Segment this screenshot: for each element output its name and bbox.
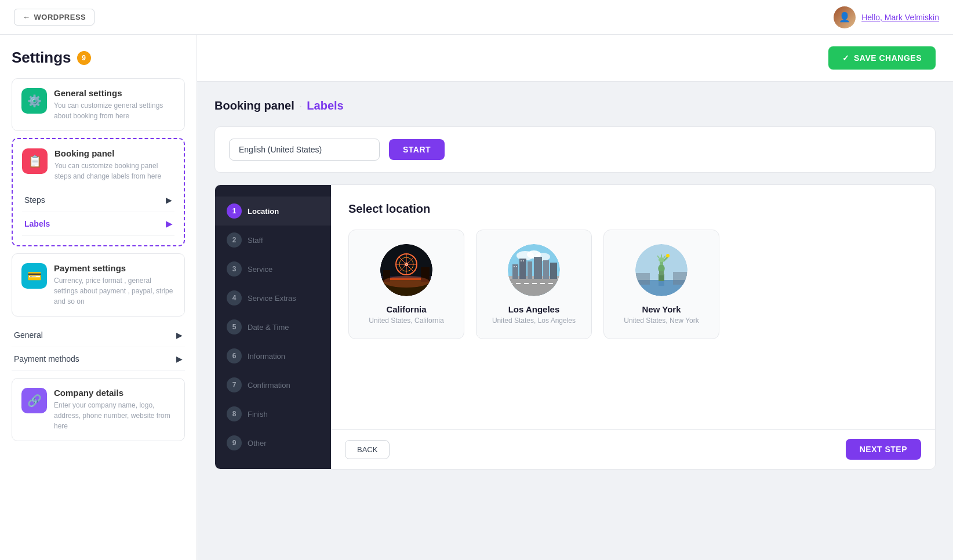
save-changes-button[interactable]: ✓ SAVE CHANGES	[828, 46, 936, 70]
booking-footer: BACK NEXT STEP	[331, 429, 935, 469]
svg-rect-20	[508, 276, 560, 296]
main-content: ✓ SAVE CHANGES Booking panel · Labels En…	[197, 35, 953, 560]
start-button[interactable]: START	[389, 139, 445, 160]
svg-point-40	[666, 254, 670, 257]
booking-panel-desc: You can customize booking panel steps an…	[54, 161, 174, 181]
step-num-5: 5	[227, 319, 242, 334]
newyork-sub: United States, New York	[616, 317, 707, 325]
step-label-staff: Staff	[248, 236, 263, 245]
payment-methods-chevron-icon: ▶	[176, 354, 183, 363]
step-num-1: 1	[227, 203, 242, 219]
location-panel: Select location	[331, 185, 935, 469]
next-step-button[interactable]: NEXT STEP	[846, 439, 921, 460]
step-item-service[interactable]: 3 Service	[215, 254, 331, 283]
california-image	[380, 244, 432, 296]
svg-rect-25	[528, 261, 532, 279]
steps-chevron-icon: ▶	[166, 195, 172, 205]
step-item-date-time[interactable]: 5 Date & Time	[215, 312, 331, 341]
breadcrumb: Booking panel · Labels	[214, 99, 936, 112]
step-label-finish: Finish	[248, 410, 268, 419]
step-label-other: Other	[248, 439, 267, 448]
steps-expandable[interactable]: Steps ▶	[22, 188, 174, 212]
svg-point-14	[383, 276, 430, 288]
svg-rect-23	[512, 264, 518, 279]
labels-chevron-icon: ▶	[166, 219, 172, 228]
payment-methods-expandable[interactable]: Payment methods ▶	[12, 347, 185, 371]
main-header: ✓ SAVE CHANGES	[197, 35, 953, 82]
step-item-finish[interactable]: 8 Finish	[215, 399, 331, 428]
sidebar-card-booking-panel[interactable]: 📋 Booking panel You can customize bookin…	[12, 138, 185, 246]
step-item-staff[interactable]: 2 Staff	[215, 226, 331, 254]
svg-rect-31	[521, 260, 522, 261]
step-label-service: Service	[248, 265, 272, 274]
step-label-confirmation: Confirmation	[248, 381, 290, 390]
svg-rect-30	[516, 266, 517, 267]
general-chevron-icon: ▶	[176, 330, 183, 340]
booking-panel-title: Booking panel	[54, 148, 174, 158]
sidebar-card-general-settings[interactable]: ⚙️ General settings You can customize ge…	[12, 78, 185, 131]
labels-expandable[interactable]: Labels ▶	[22, 212, 174, 236]
location-title: Select location	[348, 202, 918, 216]
step-item-other[interactable]: 9 Other	[215, 428, 331, 457]
step-item-location[interactable]: 1 Location	[215, 197, 331, 226]
step-num-2: 2	[227, 232, 242, 248]
language-select[interactable]: English (United States)	[229, 139, 380, 161]
booking-panel-icon: 📋	[22, 148, 48, 174]
general-settings-title: General settings	[54, 88, 175, 98]
svg-rect-24	[519, 259, 526, 279]
location-cards: California United States, California	[348, 230, 918, 339]
step-label-service-extras: Service Extras	[248, 294, 296, 303]
wordpress-back-button[interactable]: ← WORDPRESS	[14, 9, 94, 26]
newyork-name: New York	[616, 304, 707, 314]
step-num-4: 4	[227, 290, 242, 306]
location-content: Select location	[331, 185, 935, 429]
company-details-title: Company details	[54, 388, 175, 398]
california-name: California	[361, 304, 452, 314]
payment-settings-desc: Currency, price format , general setting…	[54, 275, 175, 307]
company-details-desc: Enter your company name, logo, address, …	[54, 400, 175, 431]
layout: Settings 9 ⚙️ General settings You can c…	[0, 35, 953, 560]
location-card-los-angeles[interactable]: Los Angeles United States, Los Angeles	[476, 230, 592, 339]
back-button[interactable]: BACK	[345, 440, 390, 459]
svg-rect-29	[514, 266, 515, 267]
language-row: English (United States) START	[214, 126, 936, 173]
breadcrumb-separator: ·	[299, 99, 303, 112]
svg-rect-32	[523, 260, 524, 261]
steps-label: Steps	[24, 195, 45, 205]
back-arrow-icon: ←	[23, 13, 31, 21]
payment-methods-label: Payment methods	[14, 354, 79, 363]
breadcrumb-current: Labels	[307, 99, 343, 112]
content-area: Booking panel · Labels English (United S…	[197, 82, 953, 487]
steps-panel: 1 Location 2 Staff 3 Service 4 Service E…	[215, 185, 331, 469]
losangeles-sub: United States, Los Angeles	[488, 317, 580, 325]
svg-rect-46	[635, 273, 650, 285]
avatar: 👤	[834, 6, 856, 28]
location-card-new-york[interactable]: New York United States, New York	[603, 230, 719, 339]
payment-settings-title: Payment settings	[54, 263, 175, 273]
sidebar: Settings 9 ⚙️ General settings You can c…	[0, 35, 197, 560]
step-item-service-extras[interactable]: 4 Service Extras	[215, 283, 331, 312]
topbar: ← WORDPRESS 👤 Hello, Mark Velmiskin	[0, 0, 953, 35]
losangeles-image	[508, 244, 560, 296]
svg-rect-47	[673, 272, 688, 285]
user-name[interactable]: Hello, Mark Velmiskin	[861, 13, 939, 22]
sidebar-title: Settings 9	[12, 49, 185, 67]
location-card-california[interactable]: California United States, California	[348, 230, 464, 339]
sidebar-card-company-details[interactable]: 🔗 Company details Enter your company nam…	[12, 378, 185, 441]
sidebar-card-payment-settings[interactable]: 💳 Payment settings Currency, price forma…	[12, 253, 185, 317]
step-item-information[interactable]: 6 Information	[215, 341, 331, 370]
topbar-left: ← WORDPRESS	[14, 9, 94, 26]
svg-point-41	[659, 257, 664, 262]
newyork-image	[635, 244, 688, 296]
svg-rect-26	[534, 257, 542, 279]
step-num-9: 9	[227, 435, 242, 450]
checkmark-icon: ✓	[842, 53, 850, 63]
step-label-date-time: Date & Time	[248, 323, 289, 332]
general-expandable[interactable]: General ▶	[12, 323, 185, 347]
svg-rect-28	[550, 263, 557, 279]
general-label: General	[14, 330, 43, 340]
step-label-location: Location	[248, 207, 279, 216]
step-item-confirmation[interactable]: 7 Confirmation	[215, 370, 331, 399]
losangeles-name: Los Angeles	[488, 304, 580, 314]
labels-label: Labels	[24, 219, 50, 228]
